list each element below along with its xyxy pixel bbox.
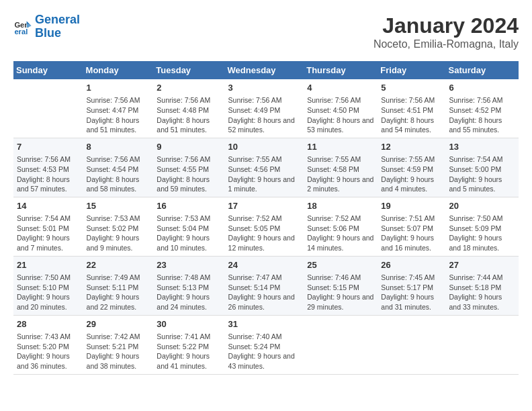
cell-w1-d6: 13 Sunrise: 7:54 AMSunset: 5:00 PMDaylig… [446,138,519,197]
day-info: Sunrise: 7:40 AMSunset: 5:24 PMDaylight:… [228,332,301,371]
day-info: Sunrise: 7:56 AMSunset: 4:54 PMDaylight:… [87,154,150,194]
day-number: 6 [449,82,515,94]
cell-w1-d0: 7 Sunrise: 7:56 AMSunset: 4:53 PMDayligh… [13,138,83,197]
day-info: Sunrise: 7:49 AMSunset: 5:11 PMDaylight:… [87,273,150,312]
cell-w4-d6 [446,315,519,374]
day-number: 10 [228,141,301,153]
day-info: Sunrise: 7:50 AMSunset: 5:09 PMDaylight:… [449,214,515,253]
day-number: 26 [381,259,442,271]
week-row-3: 21 Sunrise: 7:50 AMSunset: 5:10 PMDaylig… [13,256,519,315]
day-info: Sunrise: 7:46 AMSunset: 5:15 PMDaylight:… [307,273,374,312]
day-number: 19 [381,200,442,212]
cell-w0-d6: 6 Sunrise: 7:56 AMSunset: 4:52 PMDayligh… [446,79,519,138]
day-info: Sunrise: 7:41 AMSunset: 5:22 PMDaylight:… [157,332,221,371]
day-info: Sunrise: 7:56 AMSunset: 4:51 PMDaylight:… [381,95,442,135]
cell-w4-d3: 31 Sunrise: 7:40 AMSunset: 5:24 PMDaylig… [225,315,304,374]
col-saturday: Saturday [446,61,519,79]
day-number: 9 [157,141,221,153]
day-info: Sunrise: 7:53 AMSunset: 5:04 PMDaylight:… [157,214,221,253]
cell-w2-d1: 15 Sunrise: 7:53 AMSunset: 5:02 PMDaylig… [83,197,154,256]
cell-w0-d4: 4 Sunrise: 7:56 AMSunset: 4:50 PMDayligh… [304,79,378,138]
day-info: Sunrise: 7:53 AMSunset: 5:02 PMDaylight:… [87,214,150,253]
day-info: Sunrise: 7:44 AMSunset: 5:18 PMDaylight:… [449,273,515,312]
day-number: 28 [17,318,80,330]
day-info: Sunrise: 7:56 AMSunset: 4:47 PMDaylight:… [87,95,150,135]
day-number: 27 [449,259,515,271]
day-number: 31 [228,318,301,330]
day-number: 4 [307,82,374,94]
day-number: 3 [228,82,301,94]
page-header: Gen eral General Blue January 2024 Nocet… [13,13,519,50]
logo-icon: Gen eral [13,17,32,36]
day-number: 30 [157,318,221,330]
day-number: 12 [381,141,442,153]
day-number: 25 [307,259,374,271]
cell-w0-d2: 2 Sunrise: 7:56 AMSunset: 4:48 PMDayligh… [153,79,224,138]
day-info: Sunrise: 7:56 AMSunset: 4:52 PMDaylight:… [449,95,515,135]
day-info: Sunrise: 7:52 AMSunset: 5:06 PMDaylight:… [307,214,374,253]
subtitle: Noceto, Emilia-Romagna, Italy [373,38,519,50]
logo-text: General Blue [35,13,80,40]
day-info: Sunrise: 7:56 AMSunset: 4:50 PMDaylight:… [307,95,374,135]
logo: Gen eral General Blue [13,13,80,40]
day-number: 16 [157,200,221,212]
week-row-4: 28 Sunrise: 7:43 AMSunset: 5:20 PMDaylig… [13,315,519,374]
day-info: Sunrise: 7:42 AMSunset: 5:21 PMDaylight:… [87,332,150,371]
day-info: Sunrise: 7:47 AMSunset: 5:14 PMDaylight:… [228,273,301,312]
day-number: 8 [87,141,150,153]
cell-w2-d3: 17 Sunrise: 7:52 AMSunset: 5:05 PMDaylig… [225,197,304,256]
week-row-0: 1 Sunrise: 7:56 AMSunset: 4:47 PMDayligh… [13,79,519,138]
cell-w2-d4: 18 Sunrise: 7:52 AMSunset: 5:06 PMDaylig… [304,197,378,256]
day-number: 13 [449,141,515,153]
day-number: 17 [228,200,301,212]
cell-w4-d0: 28 Sunrise: 7:43 AMSunset: 5:20 PMDaylig… [13,315,83,374]
cell-w4-d2: 30 Sunrise: 7:41 AMSunset: 5:22 PMDaylig… [153,315,224,374]
main-title: January 2024 [373,13,519,38]
day-number: 5 [381,82,442,94]
cell-w2-d5: 19 Sunrise: 7:51 AMSunset: 5:07 PMDaylig… [378,197,445,256]
cell-w4-d4 [304,315,378,374]
cell-w3-d3: 24 Sunrise: 7:47 AMSunset: 5:14 PMDaylig… [225,256,304,315]
cell-w3-d0: 21 Sunrise: 7:50 AMSunset: 5:10 PMDaylig… [13,256,83,315]
cell-w3-d6: 27 Sunrise: 7:44 AMSunset: 5:18 PMDaylig… [446,256,519,315]
day-info: Sunrise: 7:56 AMSunset: 4:49 PMDaylight:… [228,95,301,135]
day-info: Sunrise: 7:56 AMSunset: 4:55 PMDaylight:… [157,154,221,194]
logo-blue: Blue [35,26,61,40]
day-info: Sunrise: 7:51 AMSunset: 5:07 PMDaylight:… [381,214,442,253]
cell-w2-d0: 14 Sunrise: 7:54 AMSunset: 5:01 PMDaylig… [13,197,83,256]
cell-w2-d2: 16 Sunrise: 7:53 AMSunset: 5:04 PMDaylig… [153,197,224,256]
title-block: January 2024 Noceto, Emilia-Romagna, Ita… [373,13,519,50]
cell-w0-d5: 5 Sunrise: 7:56 AMSunset: 4:51 PMDayligh… [378,79,445,138]
day-number: 21 [17,259,80,271]
cell-w0-d1: 1 Sunrise: 7:56 AMSunset: 4:47 PMDayligh… [83,79,154,138]
col-monday: Monday [83,61,154,79]
day-number: 2 [157,82,221,94]
day-info: Sunrise: 7:50 AMSunset: 5:10 PMDaylight:… [17,273,80,312]
day-info: Sunrise: 7:56 AMSunset: 4:48 PMDaylight:… [157,95,221,135]
cell-w1-d5: 12 Sunrise: 7:55 AMSunset: 4:59 PMDaylig… [378,138,445,197]
day-number: 29 [87,318,150,330]
cell-w1-d1: 8 Sunrise: 7:56 AMSunset: 4:54 PMDayligh… [83,138,154,197]
col-thursday: Thursday [304,61,378,79]
cell-w3-d4: 25 Sunrise: 7:46 AMSunset: 5:15 PMDaylig… [304,256,378,315]
cell-w0-d0 [13,79,83,138]
header-row: Sunday Monday Tuesday Wednesday Thursday… [13,61,519,79]
day-number: 20 [449,200,515,212]
day-info: Sunrise: 7:52 AMSunset: 5:05 PMDaylight:… [228,214,301,253]
cell-w4-d5 [378,315,445,374]
cell-w4-d1: 29 Sunrise: 7:42 AMSunset: 5:21 PMDaylig… [83,315,154,374]
day-info: Sunrise: 7:45 AMSunset: 5:17 PMDaylight:… [381,273,442,312]
day-info: Sunrise: 7:56 AMSunset: 4:53 PMDaylight:… [17,154,80,194]
day-info: Sunrise: 7:48 AMSunset: 5:13 PMDaylight:… [157,273,221,312]
day-number: 15 [87,200,150,212]
day-number: 14 [17,200,80,212]
col-sunday: Sunday [13,61,83,79]
day-info: Sunrise: 7:55 AMSunset: 4:58 PMDaylight:… [307,154,374,194]
day-number: 11 [307,141,374,153]
cell-w2-d6: 20 Sunrise: 7:50 AMSunset: 5:09 PMDaylig… [446,197,519,256]
day-info: Sunrise: 7:54 AMSunset: 5:00 PMDaylight:… [449,154,515,194]
day-number: 7 [17,141,80,153]
cell-w1-d3: 10 Sunrise: 7:55 AMSunset: 4:56 PMDaylig… [225,138,304,197]
col-tuesday: Tuesday [153,61,224,79]
day-number: 1 [87,82,150,94]
